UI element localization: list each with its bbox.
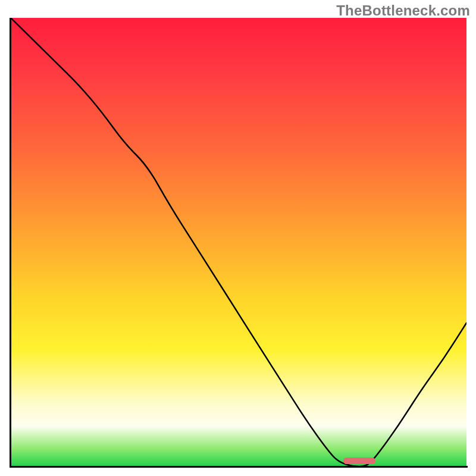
bottleneck-chart: TheBottleneck.com xyxy=(0,0,476,476)
bottleneck-curve xyxy=(11,18,466,466)
plot-area xyxy=(11,18,466,466)
y-axis xyxy=(10,18,11,468)
x-axis xyxy=(10,466,468,468)
optimal-range-marker xyxy=(343,458,375,464)
watermark-text: TheBottleneck.com xyxy=(336,2,470,19)
